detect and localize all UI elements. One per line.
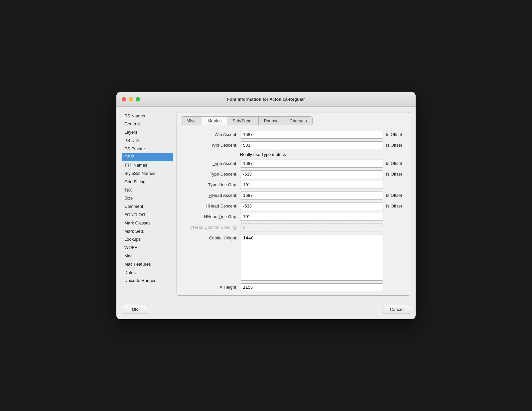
close-button[interactable] (122, 97, 126, 101)
maximize-button[interactable] (136, 97, 140, 101)
form-section: Win Ascent: Is Offset Win Descent: Is Of… (181, 131, 406, 291)
sidebar-item-tex[interactable]: TeX (122, 186, 173, 195)
title-bar: Font Information for Aclonica-Regular (116, 92, 416, 107)
window-footer: OK Cancel (116, 301, 416, 319)
hhead-line-gap-row: HHead Line Gap: (181, 213, 406, 221)
hhead-ascent-label: HHead Ascent: (181, 193, 237, 198)
hhead-descent-row: HHead Descent: Is Offset (181, 202, 406, 210)
cancel-button[interactable]: Cancel (383, 305, 410, 314)
tab-metrics[interactable]: Metrics (202, 116, 227, 125)
vhead-column-label: VHead Column Spacing: (181, 225, 237, 230)
sidebar: PS Names General Layers PS UID PS Privat… (122, 112, 177, 296)
typo-line-gap-row: Typo Line Gap: (181, 181, 406, 189)
sidebar-item-unicode-ranges[interactable]: Unicode Ranges (122, 277, 173, 285)
sidebar-item-mark-sets[interactable]: Mark Sets (122, 227, 173, 236)
typo-ascent-row: Typo Ascent: Is Offset (181, 160, 406, 168)
x-height-row: X Height: (181, 283, 406, 291)
typo-ascent-suffix: Is Offset (386, 161, 406, 166)
main-window: Font Information for Aclonica-Regular PS… (116, 92, 416, 319)
typo-descent-input[interactable] (240, 170, 383, 178)
tab-misc[interactable]: Misc. (181, 116, 202, 125)
hhead-descent-suffix: Is Offset (386, 204, 406, 208)
sidebar-item-ps-names[interactable]: PS Names (122, 112, 173, 120)
tab-charsets[interactable]: Charsets (284, 116, 313, 125)
sidebar-item-dates[interactable]: Dates (122, 269, 173, 277)
window-title: Font Information for Aclonica-Regular (227, 97, 305, 102)
typo-line-gap-input[interactable] (240, 181, 383, 189)
typo-descent-suffix: Is Offset (386, 172, 406, 177)
sidebar-item-comment[interactable]: Comment (122, 203, 173, 211)
x-height-input[interactable] (240, 283, 383, 291)
typo-ascent-input[interactable] (240, 160, 383, 168)
hhead-line-gap-input[interactable] (240, 213, 383, 221)
sidebar-item-ps-private[interactable]: PS Private (122, 145, 173, 153)
hhead-ascent-row: HHead Ascent: Is Offset (181, 192, 406, 200)
sidebar-item-ps-uid[interactable]: PS UID (122, 137, 173, 145)
typo-ascent-label: Typo Ascent: (181, 161, 237, 166)
hhead-line-gap-label: HHead Line Gap: (181, 214, 237, 219)
win-ascent-label: Win Ascent: (181, 132, 237, 137)
capital-height-label: Capital Height: (181, 234, 237, 240)
win-ascent-suffix: Is Offset (386, 132, 406, 137)
sidebar-item-fontlog[interactable]: FONTLOG (122, 211, 173, 219)
sidebar-item-mac-features[interactable]: Mac Features (122, 260, 173, 269)
capital-height-area: Capital Height: 1440 (181, 234, 406, 281)
sidebar-item-lookups[interactable]: Lookups (122, 235, 173, 244)
sidebar-item-woff[interactable]: WOFF (122, 244, 173, 252)
window-body: PS Names General Layers PS UID PS Privat… (116, 107, 416, 301)
hhead-descent-label: HHead Descent: (181, 204, 237, 208)
sidebar-item-size[interactable]: Size (122, 194, 173, 203)
tab-panose[interactable]: Panose (258, 116, 284, 125)
sidebar-item-mark-classes[interactable]: Mark Classes (122, 219, 173, 227)
tab-subsuper[interactable]: Sub/Super (227, 116, 258, 125)
hhead-ascent-suffix: Is Offset (386, 193, 406, 198)
win-descent-input[interactable] (240, 141, 383, 149)
typo-descent-label: Typo Descent: (181, 172, 237, 177)
ok-button[interactable]: OK (122, 305, 148, 314)
vhead-column-input[interactable] (240, 223, 383, 231)
traffic-lights (122, 97, 140, 101)
sidebar-item-grid-fitting[interactable]: Grid Fitting (122, 178, 173, 186)
sidebar-item-mac[interactable]: Mac (122, 252, 173, 260)
x-height-label: X Height: (181, 285, 237, 290)
vhead-column-row: VHead Column Spacing: (181, 223, 406, 231)
sidebar-item-layers[interactable]: Layers (122, 128, 173, 137)
win-descent-label: Win Descent: (181, 143, 237, 148)
win-ascent-input[interactable] (240, 131, 383, 139)
typo-line-gap-label: Typo Line Gap: (181, 182, 237, 187)
win-descent-row: Win Descent: Is Offset (181, 141, 406, 149)
main-content: Misc. Metrics Sub/Super Panose Charsets … (177, 112, 410, 296)
sidebar-item-general[interactable]: General (122, 120, 173, 128)
typo-descent-row: Typo Descent: Is Offset (181, 170, 406, 178)
sidebar-item-ttf-names[interactable]: TTF Names (122, 161, 173, 170)
hhead-ascent-input[interactable] (240, 192, 383, 200)
minimize-button[interactable] (129, 97, 133, 101)
sidebar-item-styleset-names[interactable]: StyleSet Names (122, 170, 173, 178)
sidebar-item-os2[interactable]: OS/2 (122, 153, 173, 161)
hhead-descent-input[interactable] (240, 202, 383, 210)
win-ascent-row: Win Ascent: Is Offset (181, 131, 406, 139)
capital-height-textarea[interactable]: 1440 (240, 234, 383, 281)
really-use-typo-row: Really use Typo metrics (181, 152, 406, 157)
really-use-typo-label: Really use Typo metrics (240, 152, 286, 157)
tabs-container: Misc. Metrics Sub/Super Panose Charsets (181, 116, 406, 125)
win-descent-suffix: Is Offset (386, 143, 406, 148)
